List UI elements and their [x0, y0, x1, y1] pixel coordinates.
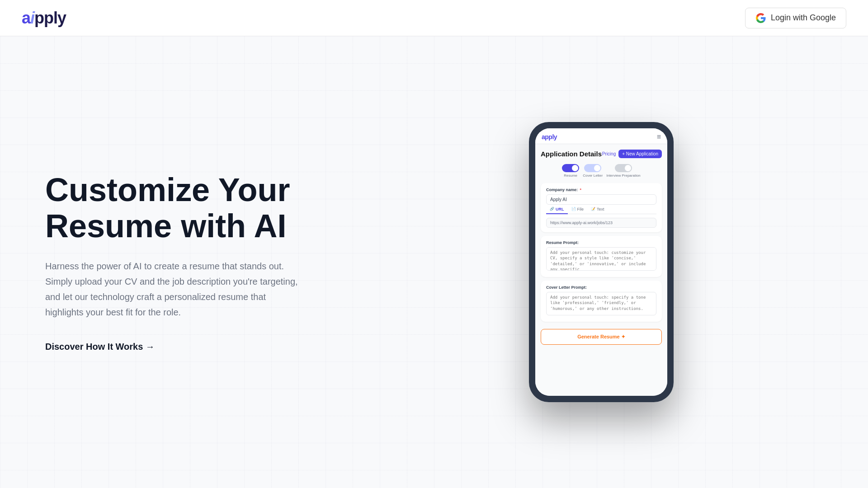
company-name-input[interactable]: [546, 194, 656, 205]
toggle-thumb-resume: [572, 165, 578, 171]
tab-text[interactable]: 📝 Text: [587, 205, 608, 214]
new-application-button[interactable]: + New Application: [618, 150, 662, 158]
main-content: Customize Your Resume with AI Harness th…: [0, 0, 868, 488]
resume-prompt-label: Resume Prompt:: [546, 240, 656, 245]
hero-section: Customize Your Resume with AI Harness th…: [0, 172, 362, 352]
company-label: Company name: *: [546, 188, 656, 192]
cover-letter-prompt-textarea[interactable]: [546, 292, 656, 315]
toggle-track-resume[interactable]: [562, 164, 579, 172]
phone-inner: apply ≡ Application Details Pricing: [535, 128, 667, 396]
text-icon: 📝: [591, 207, 595, 211]
logo-i: i: [30, 9, 34, 27]
company-name-section: Company name: * 🔗 URL: [541, 183, 662, 232]
login-with-google-button[interactable]: Login with Google: [745, 8, 846, 28]
url-input[interactable]: [546, 218, 656, 228]
toggle-label-resume: Resume: [564, 174, 577, 178]
phone-logo: apply: [542, 133, 557, 141]
toggles-row: Resume Cover Letter: [541, 164, 662, 178]
toggle-label-cover: Cover Letter: [583, 174, 603, 178]
phone-mockup-section: apply ≡ Application Details Pricing: [362, 122, 868, 402]
header: aipply Login with Google: [0, 0, 868, 36]
toggle-resume[interactable]: Resume: [562, 164, 579, 178]
generate-resume-button[interactable]: Generate Resume ✦: [541, 329, 662, 345]
toggle-cover-letter[interactable]: Cover Letter: [583, 164, 603, 178]
toggle-track-interview[interactable]: [615, 164, 632, 172]
hero-title: Customize Your Resume with AI: [45, 172, 316, 244]
link-icon: 🔗: [550, 207, 554, 211]
toggle-thumb-interview: [625, 165, 631, 171]
phone-outer: apply ≡ Application Details Pricing: [529, 122, 674, 402]
app-header-row: Application Details Pricing + New Applic…: [541, 150, 662, 159]
discover-how-it-works-link[interactable]: Discover How It Works →: [45, 342, 155, 352]
toggle-thumb-cover: [594, 165, 600, 171]
app-actions: Pricing + New Application: [602, 150, 662, 158]
cover-letter-prompt-label: Cover Letter Prompt:: [546, 285, 656, 290]
pricing-button[interactable]: Pricing: [602, 151, 616, 156]
toggle-track-cover[interactable]: [584, 164, 601, 172]
phone-content: Application Details Pricing + New Applic…: [535, 144, 667, 396]
resume-prompt-section: Resume Prompt:: [541, 236, 662, 277]
tab-url[interactable]: 🔗 URL: [546, 205, 568, 214]
login-button-label: Login with Google: [771, 13, 836, 23]
file-icon: 📄: [571, 207, 576, 211]
toggle-label-interview: Interview Preparation: [606, 174, 641, 178]
resume-prompt-textarea[interactable]: [546, 247, 656, 271]
hero-description: Harness the power of AI to create a resu…: [45, 258, 298, 320]
logo-a: a: [22, 9, 30, 27]
cover-letter-prompt-section: Cover Letter Prompt:: [541, 281, 662, 322]
tab-file[interactable]: 📄 File: [568, 205, 588, 214]
phone-topbar: apply ≡: [535, 128, 667, 144]
phone-menu-icon[interactable]: ≡: [657, 133, 661, 141]
logo-pply: pply: [34, 9, 66, 27]
app-title: Application Details: [541, 150, 602, 159]
logo[interactable]: aipply: [22, 9, 66, 28]
tab-row: 🔗 URL 📄 File 📝 Text: [546, 205, 656, 214]
required-marker: *: [580, 188, 582, 192]
toggle-interview[interactable]: Interview Preparation: [606, 164, 641, 178]
google-icon: [755, 13, 766, 23]
